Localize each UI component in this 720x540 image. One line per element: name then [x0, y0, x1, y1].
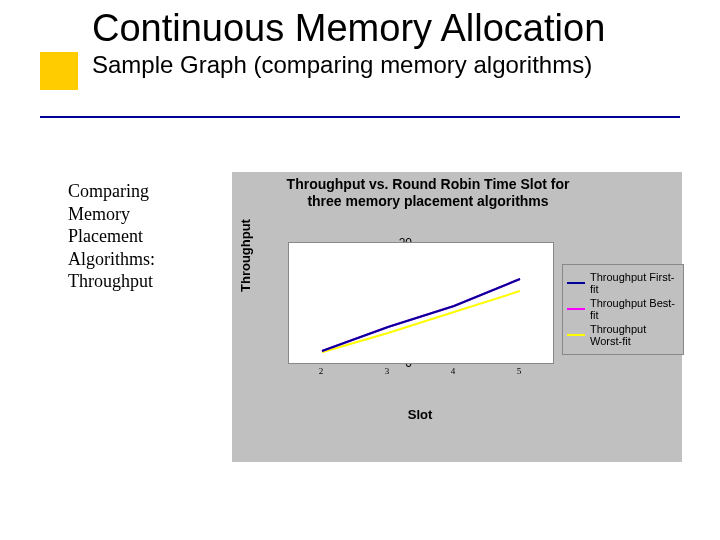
xtick: 2	[316, 366, 326, 376]
title-rule	[40, 116, 680, 118]
legend-item: Throughput Worst-fit	[567, 323, 679, 347]
legend-label: Throughput Best-fit	[590, 297, 679, 321]
chart-ylabel: Throughput	[238, 219, 253, 292]
accent-square	[40, 52, 78, 90]
xtick: 3	[382, 366, 392, 376]
plot-area	[288, 242, 554, 364]
legend-swatch-icon	[567, 334, 585, 336]
legend-item: Throughput First-fit	[567, 271, 679, 295]
legend-label: Throughput First-fit	[590, 271, 679, 295]
chart: Throughput vs. Round Robin Time Slot for…	[232, 172, 682, 462]
chart-svg	[289, 243, 553, 363]
series-first-fit	[322, 279, 520, 351]
series-worst-fit	[322, 291, 520, 352]
chart-xlabel: Slot	[288, 407, 552, 422]
body-text: Comparing Memory Placement Algorithms: T…	[68, 180, 208, 293]
chart-title: Throughput vs. Round Robin Time Slot for…	[268, 176, 588, 210]
xtick: 4	[448, 366, 458, 376]
legend-label: Throughput Worst-fit	[590, 323, 679, 347]
legend-swatch-icon	[567, 282, 585, 284]
page-subtitle: Sample Graph (comparing memory algorithm…	[92, 52, 692, 78]
legend-item: Throughput Best-fit	[567, 297, 679, 321]
legend-swatch-icon	[567, 308, 585, 310]
page-title: Continuous Memory Allocation	[92, 8, 692, 50]
slide: Continuous Memory Allocation Sample Grap…	[0, 0, 720, 540]
title-block: Continuous Memory Allocation Sample Grap…	[92, 8, 692, 78]
chart-legend: Throughput First-fit Throughput Best-fit…	[562, 264, 684, 355]
xtick: 5	[514, 366, 524, 376]
